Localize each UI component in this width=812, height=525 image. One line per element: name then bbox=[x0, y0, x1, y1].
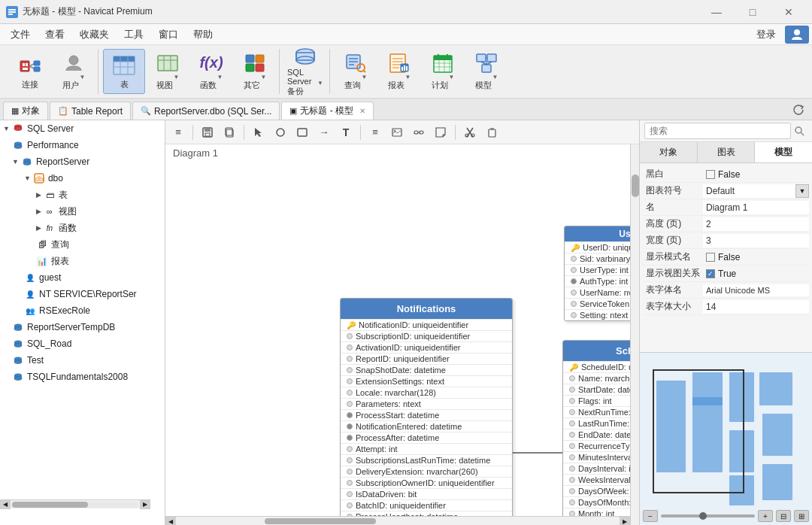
prop-row-showmodel: 显示模式名 False bbox=[643, 249, 809, 266]
diag-cursor-btn[interactable] bbox=[249, 123, 268, 141]
toolbar-query-button[interactable]: 查询 ▼ bbox=[335, 49, 377, 94]
sidebar-scroll-track[interactable] bbox=[12, 502, 138, 508]
diag-image-btn[interactable] bbox=[387, 123, 407, 141]
svg-rect-99 bbox=[420, 131, 423, 134]
entity-sched-row-1: 🔑 ScheduleID: uniqueidentifier bbox=[563, 361, 639, 372]
sidebar-item-ntservice[interactable]: 👤 NT SERVICE\ReportSer bbox=[0, 286, 165, 302]
sidebar-item-tsql[interactable]: TSQLFundamentals2008 bbox=[0, 369, 165, 385]
diag-align-btn[interactable]: ≡ bbox=[365, 123, 385, 141]
toolbar-schedule-button[interactable]: 计划 ▼ bbox=[422, 49, 464, 94]
sidebar-item-sqlroad[interactable]: SQL_Road bbox=[0, 335, 165, 352]
toolbar-func-button[interactable]: f(x) 函数 ▼ bbox=[190, 49, 232, 94]
sidebar-item-sqlserver[interactable]: ▼ SQL Server bbox=[0, 120, 165, 137]
reportservertempdb-icon bbox=[12, 321, 24, 333]
sidebar-item-queries[interactable]: 🗐 查询 bbox=[0, 236, 165, 253]
checkbox-bw[interactable] bbox=[706, 170, 715, 179]
sidebar-scroll-left[interactable]: ◀ bbox=[0, 500, 11, 509]
tab-model[interactable]: ▣ 无标题 - 模型 ✕ bbox=[281, 102, 374, 120]
search-icon-btn[interactable] bbox=[791, 123, 807, 139]
tab-object[interactable]: ▦ 对象 bbox=[3, 102, 48, 120]
diagram-hscroll[interactable]: ◀ ▶ bbox=[165, 516, 630, 525]
sidebar-item-reportserver[interactable]: ▼ ReportServer bbox=[0, 153, 165, 170]
sidebar-item-performance[interactable]: Performance bbox=[0, 137, 165, 153]
symbol-dropdown-btn[interactable]: ▼ bbox=[795, 184, 809, 198]
menu-tools[interactable]: 工具 bbox=[117, 25, 151, 44]
minimize-button[interactable]: — bbox=[699, 0, 734, 24]
rp-tab-object[interactable]: 对象 bbox=[640, 142, 698, 162]
rsexecrole-icon: 👥 bbox=[24, 305, 36, 317]
diag-arrow-btn[interactable]: → bbox=[314, 123, 334, 141]
user-avatar[interactable] bbox=[785, 26, 809, 44]
sidebar-item-views[interactable]: ▶ ∞ 视图 bbox=[0, 203, 165, 220]
mini-zoom-slider[interactable] bbox=[661, 514, 755, 517]
menu-window[interactable]: 窗口 bbox=[151, 25, 186, 44]
diag-save-btn[interactable] bbox=[198, 123, 217, 141]
menu-view[interactable]: 查看 bbox=[38, 25, 72, 44]
mini-zoom-in-btn[interactable]: + bbox=[758, 510, 773, 522]
diag-link-btn[interactable] bbox=[409, 123, 429, 141]
sidebar-item-dbo[interactable]: ▼ dbo dbo bbox=[0, 170, 165, 187]
toolbar-table-button[interactable]: 表 bbox=[103, 49, 145, 94]
entity-schedule[interactable]: Schedule 🔑 ScheduleID: uniqueidentifier … bbox=[562, 340, 639, 525]
mini-zoom-out-btn[interactable]: − bbox=[643, 510, 658, 522]
sidebar-item-rsexecrole[interactable]: 👥 RSExecRole bbox=[0, 302, 165, 319]
tab-refresh-button[interactable] bbox=[788, 102, 809, 120]
entity-users[interactable]: Users 🔑 UserID: uniqueidentifier Sid: va… bbox=[564, 226, 639, 321]
toolbar-other-button[interactable]: 其它 ▼ bbox=[234, 49, 276, 94]
login-button[interactable]: 登录 bbox=[747, 25, 785, 44]
toolbar-user-button[interactable]: 用户 ▼ bbox=[53, 49, 95, 94]
diagram-hscroll-track[interactable] bbox=[176, 517, 620, 525]
sidebar-item-tables[interactable]: ▶ 🗃 表 bbox=[0, 187, 165, 203]
toolbar-report-button[interactable]: 报表 ▼ bbox=[378, 49, 420, 94]
diagram-vscroll-thumb[interactable] bbox=[632, 174, 639, 197]
sidebar-item-test[interactable]: Test bbox=[0, 352, 165, 369]
circle-n8 bbox=[347, 401, 353, 407]
toolbar-view-button[interactable]: 视图 ▼ bbox=[147, 49, 189, 94]
menu-help[interactable]: 帮助 bbox=[186, 25, 220, 44]
search-input[interactable] bbox=[644, 123, 791, 139]
diag-rect-btn[interactable] bbox=[292, 123, 312, 141]
toolbar-connect-button[interactable]: 连接 bbox=[9, 49, 51, 94]
diag-copy-btn[interactable] bbox=[220, 123, 239, 141]
toolbar-backup-button[interactable]: SQL Server 备份 ▼ bbox=[284, 49, 326, 94]
tab-model-close[interactable]: ✕ bbox=[359, 107, 365, 115]
diagram-area[interactable]: Diagram 1 Users 🔑 UserID: uniqueidentifi… bbox=[165, 144, 639, 525]
svg-point-13 bbox=[69, 56, 78, 65]
other-label: 其它 bbox=[244, 80, 260, 91]
diag-hand-btn[interactable] bbox=[271, 123, 290, 141]
diagram-vscroll[interactable] bbox=[630, 144, 639, 525]
toolbar-model-button[interactable]: 模型 ▼ bbox=[465, 49, 508, 94]
menu-file[interactable]: 文件 bbox=[3, 25, 38, 44]
sidebar-item-reports[interactable]: 📊 报表 bbox=[0, 253, 165, 269]
svg-rect-20 bbox=[158, 56, 177, 71]
prop-val-bw: False bbox=[703, 168, 743, 181]
diag-cut-btn[interactable] bbox=[460, 123, 480, 141]
circle-n7 bbox=[347, 390, 353, 396]
rp-tab-model[interactable]: 模型 bbox=[755, 142, 812, 162]
tab-model-icon: ▣ bbox=[289, 106, 297, 116]
mini-view-btn-1[interactable]: ⊟ bbox=[776, 510, 791, 522]
diagram-hscroll-right[interactable]: ▶ bbox=[620, 517, 630, 525]
entity-notif-row-3: ActivationID: uniqueidentifier bbox=[341, 341, 512, 353]
diagram-hscroll-left[interactable]: ◀ bbox=[165, 517, 176, 525]
diag-paste-btn[interactable] bbox=[482, 123, 501, 141]
checkbox-showmodel[interactable] bbox=[706, 253, 715, 262]
sidebar-scroll-right[interactable]: ▶ bbox=[140, 500, 150, 509]
close-button[interactable]: ✕ bbox=[771, 0, 806, 24]
sidebar-scrollbar[interactable]: ◀ ▶ bbox=[0, 499, 150, 508]
mini-view-btn-2[interactable]: ⊞ bbox=[794, 510, 809, 522]
sidebar-item-funcs[interactable]: ▶ fn 函数 bbox=[0, 220, 165, 236]
menu-favorites[interactable]: 收藏夹 bbox=[72, 25, 117, 44]
tables-icon: 🗃 bbox=[44, 189, 56, 201]
checkbox-showview[interactable]: ✓ bbox=[706, 269, 715, 278]
sidebar-item-reportservertempdb[interactable]: ReportServerTempDB bbox=[0, 319, 165, 335]
tab-table-report[interactable]: 📋 Table Report bbox=[50, 102, 131, 120]
tab-reportserver[interactable]: 🔍 ReportServer.dbo (SQL Ser... bbox=[132, 102, 280, 120]
maximize-button[interactable]: □ bbox=[735, 0, 770, 24]
entity-notifications[interactable]: Notifications 🔑 NotificationID: uniqueid… bbox=[340, 298, 513, 525]
diag-menu-btn[interactable]: ≡ bbox=[168, 123, 188, 141]
diag-text-btn[interactable]: T bbox=[336, 123, 356, 141]
rp-tab-chart[interactable]: 图表 bbox=[698, 142, 756, 162]
diag-note-btn[interactable] bbox=[431, 123, 450, 141]
sidebar-item-guest[interactable]: 👤 guest bbox=[0, 269, 165, 286]
